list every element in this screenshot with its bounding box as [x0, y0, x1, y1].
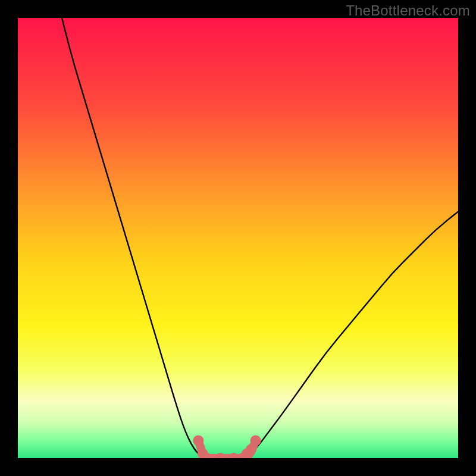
- pink-marker: [193, 435, 203, 446]
- chart-svg: [18, 18, 458, 458]
- watermark-text: TheBottleneck.com: [346, 2, 470, 19]
- pink-marker: [250, 435, 261, 446]
- gradient-background: [18, 18, 458, 458]
- outer-frame: TheBottleneck.com: [0, 0, 476, 476]
- chart-plot-area: [18, 18, 458, 458]
